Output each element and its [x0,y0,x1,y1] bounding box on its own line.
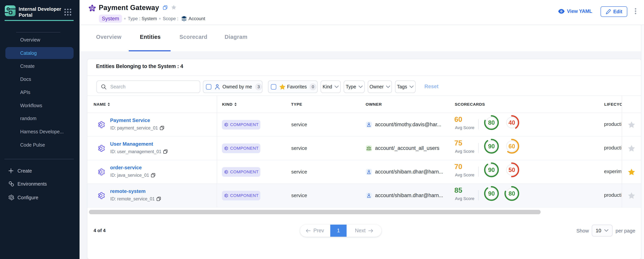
svg-text:80: 80 [508,190,515,197]
svg-text:90: 90 [488,166,494,173]
svg-text:60: 60 [508,143,515,150]
svg-text:90: 90 [488,143,494,150]
svg-text:50: 50 [508,166,515,173]
svg-text:90: 90 [488,190,494,197]
svg-text:40: 40 [508,119,515,126]
svg-text:80: 80 [488,119,494,126]
